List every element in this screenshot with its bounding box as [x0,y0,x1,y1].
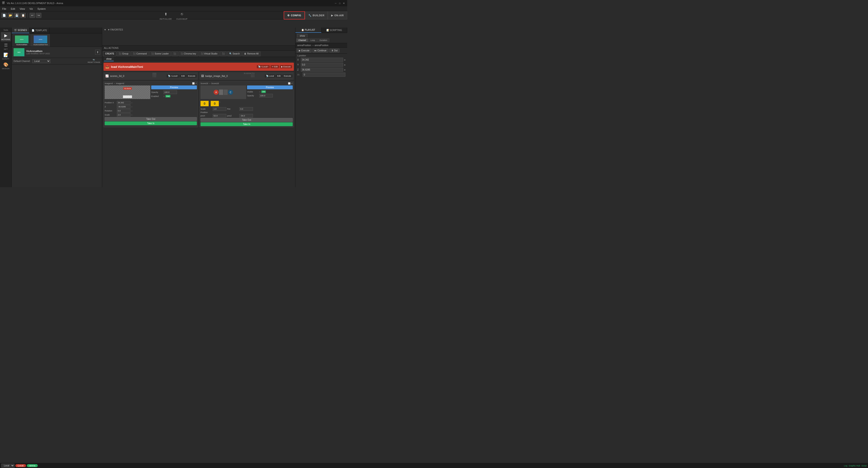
command-button[interactable]: ⬛ Command [131,51,149,56]
score2d-rot-input[interactable] [239,107,253,111]
tab-playlist[interactable]: 📋 PLAYLIST [296,28,321,33]
scores-edit[interactable]: Edit [180,74,186,77]
execute-btn[interactable]: ▶ Execute [297,49,311,53]
search-button[interactable]: 🔍 Search [227,51,242,56]
initialize-button[interactable]: ⬆ INITIALIZE [160,11,172,20]
pos-num-input[interactable] [303,72,345,76]
virtual-studio-button[interactable]: ⬛ Virtual Studio [199,51,219,56]
imagead-rotation-input[interactable] [117,109,130,113]
maximize-button[interactable]: □ [338,2,341,5]
score2d-take-out-button[interactable]: Take Out [200,118,293,122]
pos-y-input[interactable] [301,63,343,67]
close-button[interactable]: ✕ [342,2,345,5]
imagead-preview-button[interactable]: Preview [151,86,197,89]
pos-x-input[interactable] [301,58,343,62]
cleanup-button[interactable]: ⎋ CLEANUP [177,11,188,20]
load-viz-edit[interactable]: ✏ Edit [271,65,279,68]
scores-channel[interactable]: 📡 <Local> [166,74,180,77]
tab-scenes[interactable]: 🎬 SCENES [12,28,29,33]
tab-template[interactable]: 📄 TEMPLATE [29,28,50,33]
scene-tab-main[interactable]: arena VizArenaMain [13,34,31,46]
score-detach-icon[interactable]: ↗ [291,82,293,85]
tab-scripting[interactable]: 📝 SCRIPTING [321,28,347,33]
expand-icon[interactable]: ⬜ [192,82,195,85]
tool-set[interactable]: ☰ SET [1,42,11,51]
menu-system[interactable]: System [36,7,46,11]
create-button[interactable]: CREATE [103,51,116,56]
sub-tab-loop[interactable]: Loop [309,38,317,42]
undo-button[interactable]: ↩ [30,13,35,18]
load-viz-execute[interactable]: ▶ Execute [280,65,292,68]
score1-input[interactable] [200,101,209,106]
group-button[interactable]: ⬛ Group [117,51,130,56]
pos-z-adjust[interactable]: ↕ [131,105,132,108]
score-expand-icon[interactable]: ⬜ [288,82,290,85]
tool-actions[interactable]: ▶ ACTIONS [1,32,11,41]
load-viz-channel[interactable]: 📡 <Local> [257,65,270,68]
detach-icon[interactable]: ↗ [195,82,197,85]
imagead-pos-z-input[interactable] [117,105,130,108]
imagead-pos-x-input[interactable] [117,101,130,104]
menu-file[interactable]: File [1,7,7,11]
save-button[interactable]: 💾 [14,13,20,18]
reset-stage-button[interactable]: 📷 RESET STAGE [88,59,100,63]
badge-execute[interactable]: Execute [282,74,292,77]
score2d-take-in-button[interactable]: Take In [200,122,293,126]
channel-icon: 📡 [258,66,260,68]
tool-design[interactable]: 🎨 DESIGN [1,61,11,70]
on-air-icon: ▶ [331,14,333,17]
redo-button[interactable]: ↪ [36,13,41,18]
open-button[interactable]: 📂 [8,13,13,18]
imagead-opacity-input[interactable] [163,90,177,94]
extra-button[interactable]: ⬛ [171,51,178,56]
score2d-preview-button[interactable]: Preview [247,86,293,89]
load-scene-area: ⬆ LOAD SCENE Scene must be loaded to ret… [12,64,102,187]
show-tab[interactable]: show [104,57,114,61]
score2d-visible-toggle[interactable]: ON [261,90,266,93]
edit-icon: ✏ [272,66,274,68]
save-as-button[interactable]: 📋 [20,13,26,18]
pos-z-input[interactable] [301,68,343,72]
score2d-posx-input[interactable] [213,114,226,118]
show-tab-item[interactable]: show [297,34,307,37]
scene-loader-button[interactable]: ⬛ Scene Loader [149,51,170,56]
score2-adjust[interactable]: ↕ [219,101,220,106]
minimize-button[interactable]: ─ [334,2,337,5]
score1-adjust[interactable]: ↕ [209,101,210,106]
extra2-button[interactable]: ⬛ [220,51,227,56]
imagead-take-in-button[interactable]: Take In [105,121,197,125]
rotation-adjust[interactable]: ↕ [131,110,132,112]
on-air-button[interactable]: ▶ ON-AIR [328,11,347,20]
imagead-scale-input[interactable] [117,113,130,117]
continue-btn[interactable]: ⏭ Continue [312,49,329,53]
pos-x-adjust[interactable]: ↕ [131,101,132,104]
sub-tab-channel[interactable]: Channel [296,38,308,42]
menu-viz[interactable]: Viz [29,7,34,11]
imagead-enabled-toggle[interactable]: true [165,95,170,97]
builder-button[interactable]: 🔧 BUILDER [305,11,328,20]
new-button[interactable]: 📄 [1,13,7,18]
score2d-opacity-input[interactable] [259,94,273,97]
scores-execute[interactable]: Execute [186,74,197,77]
remove-all-button[interactable]: 🗑 Remove All [242,51,260,56]
badge-edit[interactable]: Edit [276,74,282,77]
menu-edit[interactable]: Edit [10,7,16,11]
channel-select[interactable]: Local [32,59,51,63]
imagead-take-out-button[interactable]: Take Out [105,117,197,121]
score2d-scale-input[interactable] [213,107,226,111]
upload-button[interactable]: ⬆ [95,50,100,55]
badge-channel[interactable]: 📡 Local [265,74,275,77]
badge-channel-icon: 📡 [266,75,269,77]
scene-tab-toni[interactable]: arena VizArenaMainToni [31,34,50,46]
config-button[interactable]: ⚙ CONFIG [284,11,305,20]
menu-view[interactable]: View [19,7,26,11]
score2-input[interactable] [211,101,219,106]
sub-tab-duration[interactable]: Duration [318,38,329,42]
scale-adjust[interactable]: ↕ [131,114,132,116]
tool-script[interactable]: 📝 SCRIPT [1,52,11,61]
chroma-key-button[interactable]: ⬛ Chroma key [179,51,198,56]
badge-icon: 🖼 [201,74,204,77]
score2d-posz-input[interactable] [239,114,253,118]
out-btn[interactable]: ⬆ Out [329,49,340,53]
arena-pos-title: arenaPosition → arenaPosition [297,44,329,46]
